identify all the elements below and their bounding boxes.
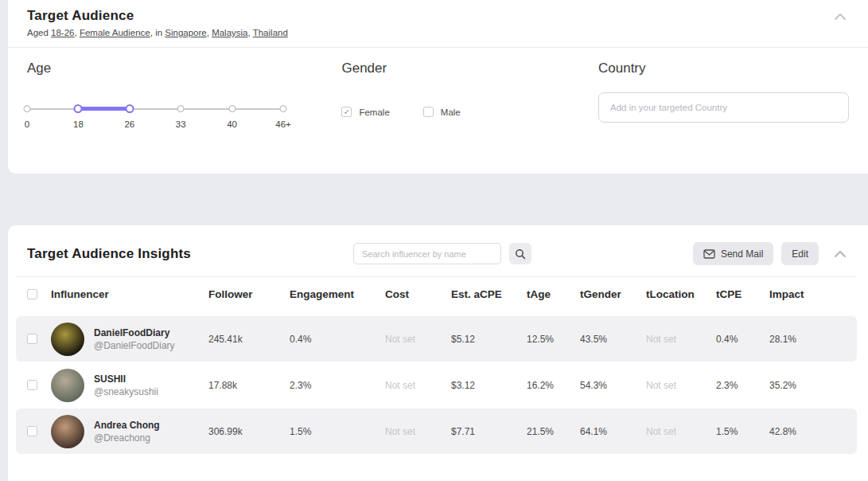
avatar xyxy=(51,415,84,448)
summary-age-link[interactable]: 18-26 xyxy=(51,28,74,37)
insights-card: Target Audience Insights Send Mail Edit … xyxy=(8,225,868,481)
summary-country-link[interactable]: Singapore xyxy=(165,28,206,37)
summary-country-link[interactable]: Thailand xyxy=(253,28,288,37)
row-checkbox[interactable] xyxy=(27,334,37,344)
insights-title: Target Audience Insights xyxy=(27,246,226,262)
slider-tick-label: 18 xyxy=(73,119,84,129)
slider-tick-label: 26 xyxy=(124,119,134,129)
table-row[interactable]: Andrea Chong @Dreachong 306.99k 1.5% Not… xyxy=(16,409,857,454)
tcpe-value: 1.5% xyxy=(716,426,769,437)
tlocation-value: Not set xyxy=(646,426,716,437)
collapse-chevron-up-icon[interactable] xyxy=(833,248,847,260)
male-option: Male xyxy=(423,107,461,117)
engagement-value: 0.4% xyxy=(290,334,385,345)
influencer-name: SUSHII xyxy=(94,373,158,385)
cost-value: Not set xyxy=(385,380,451,391)
female-option: ✓ Female xyxy=(341,107,389,117)
gender-section: Gender ✓ Female Male xyxy=(341,61,598,131)
follower-value: 306.99k xyxy=(208,426,290,437)
influencer-handle: @sneakysushii xyxy=(94,386,158,397)
send-mail-button[interactable]: Send Mail xyxy=(693,242,773,265)
tlocation-value: Not set xyxy=(646,334,716,345)
male-label: Male xyxy=(441,108,461,117)
column-header-influencer: Influnencer xyxy=(51,288,208,300)
target-audience-header: Target Audience Aged 18-26, Female Audie… xyxy=(8,0,868,48)
column-header-tlocation: tLocation xyxy=(646,288,716,300)
table-row[interactable]: DanielFoodDiary @DanielFoodDiary 245.41k… xyxy=(16,316,857,362)
slider-tick-label: 33 xyxy=(176,119,186,129)
tgender-value: 43.5% xyxy=(580,334,646,345)
slider-selected-range[interactable] xyxy=(78,107,129,111)
search-button[interactable] xyxy=(509,243,531,264)
tgender-value: 54.3% xyxy=(580,380,646,391)
engagement-value: 1.5% xyxy=(290,426,385,437)
envelope-icon xyxy=(703,249,715,259)
country-input[interactable] xyxy=(598,92,849,123)
country-section: Country xyxy=(598,61,849,131)
influencer-name: Andrea Chong xyxy=(94,420,160,431)
insights-header: Target Audience Insights Send Mail Edit xyxy=(8,225,868,276)
age-section: Age 0 18 26 33 40 46+ xyxy=(27,61,341,131)
influencer-name: DanielFoodDiary xyxy=(94,327,175,338)
follower-value: 17.88k xyxy=(208,380,290,391)
slider-stop-46 xyxy=(280,105,287,112)
search-input[interactable] xyxy=(353,243,501,264)
summary-text: , in xyxy=(150,28,165,37)
tage-value: 16.2% xyxy=(527,380,580,391)
avatar xyxy=(51,369,84,402)
search-group xyxy=(353,243,531,264)
column-header-engagement: Engagement xyxy=(290,288,385,300)
column-header-tage: tAge xyxy=(527,288,580,300)
female-checkbox[interactable]: ✓ xyxy=(341,107,352,117)
engagement-value: 2.3% xyxy=(290,380,385,391)
audience-body: Age 0 18 26 33 40 46+ Gender xyxy=(8,48,868,131)
slider-tick-label: 46+ xyxy=(275,119,291,129)
slider-handle-max[interactable] xyxy=(125,104,134,113)
slider-handle-min[interactable] xyxy=(74,104,83,113)
summary-gender-link[interactable]: Female Audience xyxy=(80,28,150,37)
slider-tick-label: 40 xyxy=(227,119,237,129)
send-mail-label: Send Mail xyxy=(721,248,763,260)
age-range-slider[interactable] xyxy=(27,104,283,115)
male-checkbox[interactable] xyxy=(423,107,434,117)
tlocation-value: Not set xyxy=(646,380,716,391)
slider-track[interactable] xyxy=(27,108,283,110)
gender-label: Gender xyxy=(341,61,598,76)
collapse-chevron-up-icon[interactable] xyxy=(833,11,847,22)
summary-country-link[interactable]: Malaysia xyxy=(212,28,247,37)
impact-value: 42.8% xyxy=(769,426,857,437)
impact-value: 28.1% xyxy=(769,334,857,345)
column-header-impact: Impact xyxy=(769,288,857,300)
select-all-checkbox[interactable] xyxy=(27,289,37,299)
tcpe-value: 0.4% xyxy=(716,334,769,345)
influencer-cell: SUSHII @sneakysushii xyxy=(51,369,208,402)
avatar xyxy=(51,323,84,356)
target-audience-card: Target Audience Aged 18-26, Female Audie… xyxy=(8,0,868,174)
cost-value: Not set xyxy=(385,334,451,345)
search-icon xyxy=(515,248,526,260)
row-checkbox[interactable] xyxy=(27,426,37,436)
influencer-handle: @Dreachong xyxy=(94,432,160,444)
est-acpe-value: $5.12 xyxy=(451,334,527,345)
est-acpe-value: $7.71 xyxy=(451,426,527,437)
edit-label: Edit xyxy=(792,248,808,260)
tgender-value: 64.1% xyxy=(580,426,646,437)
table-row[interactable]: SUSHII @sneakysushii 17.88k 2.3% Not set… xyxy=(16,362,857,408)
column-header-tcpe: tCPE xyxy=(716,288,769,300)
country-label: Country xyxy=(598,61,849,76)
age-label: Age xyxy=(27,61,341,76)
est-acpe-value: $3.12 xyxy=(451,380,527,391)
summary-text: Aged xyxy=(27,28,51,37)
slider-stop-33 xyxy=(177,105,185,112)
table-header: Influnencer Follower Engagement Cost Est… xyxy=(16,276,857,311)
slider-stop-40 xyxy=(228,105,235,112)
tcpe-value: 2.3% xyxy=(716,380,769,391)
column-header-follower: Follower xyxy=(208,288,290,300)
tage-value: 21.5% xyxy=(527,426,580,437)
column-header-cost: Cost xyxy=(385,288,451,300)
row-checkbox[interactable] xyxy=(27,380,37,390)
influencer-cell: DanielFoodDiary @DanielFoodDiary xyxy=(51,323,208,356)
edit-button[interactable]: Edit xyxy=(781,242,819,265)
cost-value: Not set xyxy=(385,426,451,437)
slider-stop-0 xyxy=(24,105,31,112)
